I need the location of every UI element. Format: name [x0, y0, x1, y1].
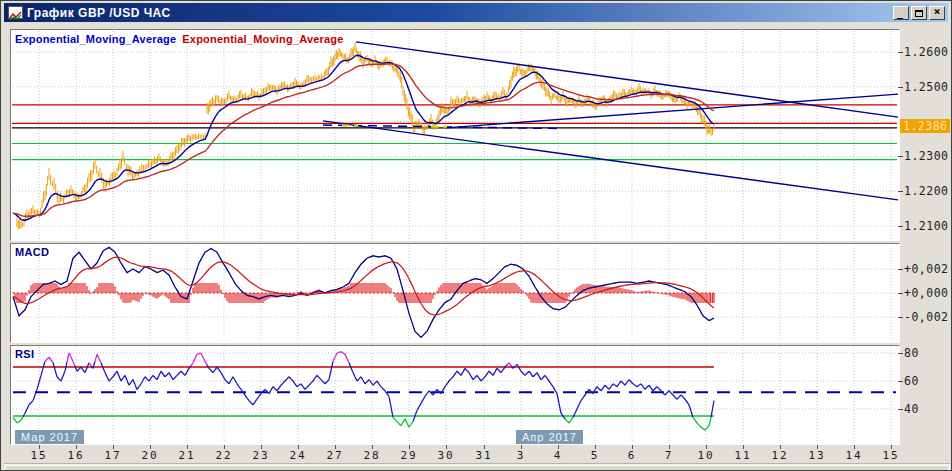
axis-tick	[898, 353, 903, 354]
x-axis-label: 23	[246, 449, 276, 462]
x-axis-label: 13	[802, 449, 832, 462]
rsi-panel: RSI	[10, 345, 900, 445]
rsi-axis-label: 80	[904, 346, 952, 360]
maximize-icon	[915, 10, 923, 17]
x-axis-label: 30	[431, 449, 461, 462]
axis-tick	[898, 226, 903, 227]
price-axis-label: 1.2300	[904, 149, 952, 163]
price-panel: Exponential_Moving_AverageExponential_Mo…	[10, 29, 900, 241]
x-axis-label: 12	[765, 449, 795, 462]
x-axis-label: 6	[617, 449, 647, 462]
x-axis-label: 29	[394, 449, 424, 462]
month-badge: Мар 2017	[15, 430, 84, 444]
chart-icon	[8, 6, 23, 19]
price-axis-label: 1.2100	[904, 219, 952, 233]
price-axis-label: 1.2200	[904, 184, 952, 198]
x-axis-label: 14	[839, 449, 869, 462]
x-axis-label: 3	[506, 449, 536, 462]
axis-tick	[898, 87, 903, 88]
rsi-axis-label: 60	[904, 374, 952, 388]
rsi-chart-plot[interactable]	[11, 346, 899, 444]
axis-tick	[898, 191, 903, 192]
price-chart-plot[interactable]	[11, 30, 899, 240]
x-axis-label: 7	[654, 449, 684, 462]
x-axis-label: 28	[357, 449, 387, 462]
current-price-badge: 1.2386	[900, 119, 950, 133]
macd-axis-label: +0,002	[904, 262, 952, 276]
x-axis-label: 27	[320, 449, 350, 462]
macd-panel: MACD	[10, 243, 900, 343]
legend-ema-fast: Exponential_Moving_Average	[15, 33, 176, 45]
macd-axis-label: +0,000	[904, 286, 952, 300]
rsi-axis-label: 40	[904, 402, 952, 416]
axis-tick	[898, 317, 903, 318]
axis-tick	[898, 409, 903, 410]
axis-tick	[898, 293, 903, 294]
macd-chart-plot[interactable]	[11, 244, 899, 342]
axis-tick	[898, 381, 903, 382]
x-axis-strip: 1516172021222324272829303134567101112131…	[10, 445, 900, 462]
rsi-panel-label: RSI	[15, 348, 34, 360]
price-axis-label: 1.2500	[904, 80, 952, 94]
x-axis-label: 5	[580, 449, 610, 462]
scrollbar-thumb[interactable]	[6, 465, 948, 471]
x-axis-label: 17	[98, 449, 128, 462]
x-axis-label: 10	[691, 449, 721, 462]
axis-tick	[898, 156, 903, 157]
close-button[interactable]: ×	[929, 6, 945, 20]
x-axis-label: 20	[135, 449, 165, 462]
x-axis-label: 24	[283, 449, 313, 462]
month-badge: Апр 2017	[516, 430, 583, 444]
x-axis-label: 15	[24, 449, 54, 462]
title-bar[interactable]: График GBP /USD ЧАС _ ×	[4, 3, 948, 22]
axis-tick	[898, 269, 903, 270]
price-axis-label: 1.2600	[904, 45, 952, 59]
macd-panel-label: MACD	[15, 246, 49, 258]
macd-axis-label: -0,002	[904, 310, 952, 324]
window-title: График GBP /USD ЧАС	[27, 6, 893, 20]
minimize-button[interactable]: _	[893, 6, 909, 20]
chart-window: График GBP /USD ЧАС _ × Exponential_Movi…	[0, 0, 952, 471]
legend-ema-slow: Exponential_Moving_Average	[182, 33, 343, 45]
close-icon: ×	[930, 7, 944, 17]
x-axis-label: 31	[469, 449, 499, 462]
axis-tick	[898, 52, 903, 53]
x-axis-label: 16	[61, 449, 91, 462]
ema-legend: Exponential_Moving_AverageExponential_Mo…	[15, 33, 344, 45]
x-axis-label: 22	[209, 449, 239, 462]
h-scrollbar[interactable]	[4, 463, 950, 471]
x-axis-label: 4	[543, 449, 573, 462]
maximize-button[interactable]	[911, 6, 927, 20]
x-axis-label: 15	[876, 449, 906, 462]
x-axis-label: 21	[172, 449, 202, 462]
x-axis-label: 11	[728, 449, 758, 462]
